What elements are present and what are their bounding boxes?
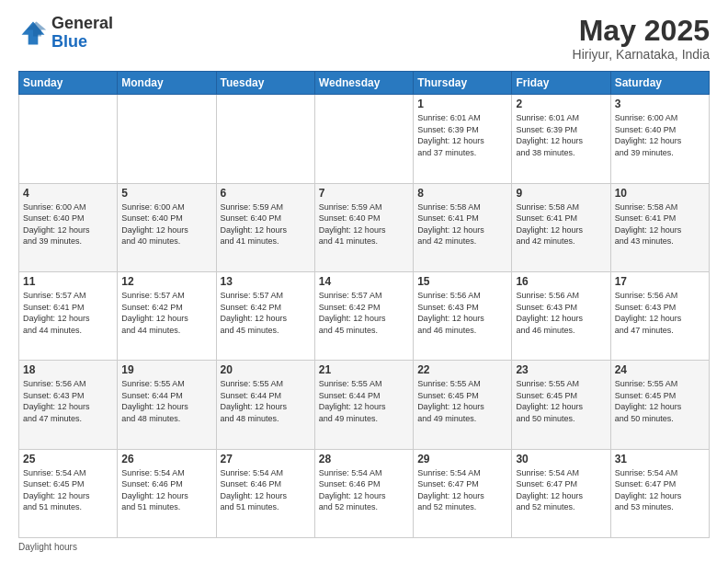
header-sunday: Sunday: [19, 72, 118, 95]
calendar-cell: [118, 95, 216, 183]
calendar-cell: 24Sunrise: 5:55 AM Sunset: 6:45 PM Dayli…: [610, 361, 709, 449]
calendar-cell: 22Sunrise: 5:55 AM Sunset: 6:45 PM Dayli…: [414, 361, 512, 449]
week-row-5: 25Sunrise: 5:54 AM Sunset: 6:45 PM Dayli…: [19, 449, 710, 537]
calendar-cell: 9Sunrise: 5:58 AM Sunset: 6:41 PM Daylig…: [512, 183, 610, 271]
day-number: 28: [319, 453, 409, 465]
day-number: 15: [417, 275, 507, 288]
calendar-cell: 13Sunrise: 5:57 AM Sunset: 6:42 PM Dayli…: [216, 271, 314, 360]
week-row-3: 11Sunrise: 5:57 AM Sunset: 6:41 PM Dayli…: [19, 271, 710, 360]
header-saturday: Saturday: [610, 72, 709, 95]
header-monday: Monday: [118, 72, 216, 95]
day-info: Sunrise: 6:00 AM Sunset: 6:40 PM Dayligh…: [615, 112, 705, 158]
day-info: Sunrise: 5:54 AM Sunset: 6:45 PM Dayligh…: [23, 467, 113, 513]
calendar-cell: 1Sunrise: 6:01 AM Sunset: 6:39 PM Daylig…: [414, 95, 512, 183]
day-info: Sunrise: 5:57 AM Sunset: 6:41 PM Dayligh…: [23, 290, 113, 336]
day-info: Sunrise: 6:00 AM Sunset: 6:40 PM Dayligh…: [121, 201, 211, 247]
day-number: 17: [615, 275, 705, 288]
calendar-cell: 10Sunrise: 5:58 AM Sunset: 6:41 PM Dayli…: [610, 183, 709, 271]
day-info: Sunrise: 5:55 AM Sunset: 6:45 PM Dayligh…: [615, 378, 705, 424]
calendar-cell: 23Sunrise: 5:55 AM Sunset: 6:45 PM Dayli…: [512, 361, 610, 449]
week-row-2: 4Sunrise: 6:00 AM Sunset: 6:40 PM Daylig…: [19, 183, 710, 271]
day-number: 21: [319, 363, 409, 376]
calendar-cell: [19, 95, 118, 183]
day-number: 24: [615, 363, 705, 376]
calendar-cell: 5Sunrise: 6:00 AM Sunset: 6:40 PM Daylig…: [118, 183, 216, 271]
day-number: 31: [615, 453, 705, 465]
day-info: Sunrise: 5:57 AM Sunset: 6:42 PM Dayligh…: [121, 290, 211, 336]
calendar-cell: [314, 95, 413, 183]
day-info: Sunrise: 5:55 AM Sunset: 6:45 PM Dayligh…: [417, 378, 507, 424]
day-info: Sunrise: 5:55 AM Sunset: 6:44 PM Dayligh…: [121, 378, 211, 424]
footer-note: Daylight hours: [18, 542, 710, 552]
calendar-cell: 12Sunrise: 5:57 AM Sunset: 6:42 PM Dayli…: [118, 271, 216, 360]
day-info: Sunrise: 5:55 AM Sunset: 6:44 PM Dayligh…: [221, 378, 311, 424]
location: Hiriyur, Karnataka, India: [573, 47, 710, 62]
day-info: Sunrise: 5:56 AM Sunset: 6:43 PM Dayligh…: [417, 290, 507, 336]
day-info: Sunrise: 5:59 AM Sunset: 6:40 PM Dayligh…: [319, 201, 409, 247]
day-number: 26: [121, 453, 211, 465]
day-number: 22: [417, 363, 507, 376]
calendar-cell: 17Sunrise: 5:56 AM Sunset: 6:43 PM Dayli…: [610, 271, 709, 360]
day-number: 4: [23, 187, 113, 200]
calendar-cell: 11Sunrise: 5:57 AM Sunset: 6:41 PM Dayli…: [19, 271, 118, 360]
day-info: Sunrise: 5:57 AM Sunset: 6:42 PM Dayligh…: [221, 290, 311, 336]
calendar-cell: 30Sunrise: 5:54 AM Sunset: 6:47 PM Dayli…: [512, 449, 610, 537]
day-info: Sunrise: 5:54 AM Sunset: 6:46 PM Dayligh…: [221, 467, 311, 513]
day-number: 7: [319, 187, 409, 200]
day-info: Sunrise: 5:58 AM Sunset: 6:41 PM Dayligh…: [615, 201, 705, 247]
calendar-table: SundayMondayTuesdayWednesdayThursdayFrid…: [18, 71, 710, 538]
day-info: Sunrise: 5:56 AM Sunset: 6:43 PM Dayligh…: [516, 290, 606, 336]
logo-icon: [18, 18, 48, 48]
day-info: Sunrise: 5:56 AM Sunset: 6:43 PM Dayligh…: [23, 378, 113, 424]
day-info: Sunrise: 5:54 AM Sunset: 6:47 PM Dayligh…: [516, 467, 606, 513]
logo-general-text: General: [51, 15, 113, 33]
day-number: 6: [221, 187, 311, 200]
calendar-cell: 29Sunrise: 5:54 AM Sunset: 6:47 PM Dayli…: [414, 449, 512, 537]
day-number: 12: [121, 275, 211, 288]
day-info: Sunrise: 5:54 AM Sunset: 6:46 PM Dayligh…: [121, 467, 211, 513]
day-number: 8: [417, 187, 507, 200]
calendar-cell: 4Sunrise: 6:00 AM Sunset: 6:40 PM Daylig…: [19, 183, 118, 271]
calendar-cell: 2Sunrise: 6:01 AM Sunset: 6:39 PM Daylig…: [512, 95, 610, 183]
week-row-1: 1Sunrise: 6:01 AM Sunset: 6:39 PM Daylig…: [19, 95, 710, 183]
header: General Blue May 2025 Hiriyur, Karnataka…: [18, 15, 710, 62]
calendar-cell: [216, 95, 314, 183]
calendar-cell: 7Sunrise: 5:59 AM Sunset: 6:40 PM Daylig…: [314, 183, 413, 271]
day-number: 10: [615, 187, 705, 200]
calendar-cell: 16Sunrise: 5:56 AM Sunset: 6:43 PM Dayli…: [512, 271, 610, 360]
day-number: 1: [417, 98, 507, 110]
calendar-header-row: SundayMondayTuesdayWednesdayThursdayFrid…: [19, 72, 710, 95]
calendar-cell: 26Sunrise: 5:54 AM Sunset: 6:46 PM Dayli…: [118, 449, 216, 537]
day-info: Sunrise: 5:59 AM Sunset: 6:40 PM Dayligh…: [221, 201, 311, 247]
day-info: Sunrise: 5:57 AM Sunset: 6:42 PM Dayligh…: [319, 290, 409, 336]
day-number: 19: [121, 363, 211, 376]
week-row-4: 18Sunrise: 5:56 AM Sunset: 6:43 PM Dayli…: [19, 361, 710, 449]
day-number: 14: [319, 275, 409, 288]
day-number: 25: [23, 453, 113, 465]
day-number: 3: [615, 98, 705, 110]
day-number: 11: [23, 275, 113, 288]
calendar-cell: 15Sunrise: 5:56 AM Sunset: 6:43 PM Dayli…: [414, 271, 512, 360]
header-friday: Friday: [512, 72, 610, 95]
day-number: 18: [23, 363, 113, 376]
day-info: Sunrise: 5:58 AM Sunset: 6:41 PM Dayligh…: [516, 201, 606, 247]
day-info: Sunrise: 5:54 AM Sunset: 6:46 PM Dayligh…: [319, 467, 409, 513]
day-info: Sunrise: 5:54 AM Sunset: 6:47 PM Dayligh…: [417, 467, 507, 513]
day-number: 30: [516, 453, 606, 465]
calendar-cell: 6Sunrise: 5:59 AM Sunset: 6:40 PM Daylig…: [216, 183, 314, 271]
day-info: Sunrise: 6:01 AM Sunset: 6:39 PM Dayligh…: [417, 112, 507, 158]
day-info: Sunrise: 5:58 AM Sunset: 6:41 PM Dayligh…: [417, 201, 507, 247]
day-number: 2: [516, 98, 606, 110]
day-info: Sunrise: 5:54 AM Sunset: 6:47 PM Dayligh…: [615, 467, 705, 513]
day-number: 20: [221, 363, 311, 376]
day-info: Sunrise: 5:56 AM Sunset: 6:43 PM Dayligh…: [615, 290, 705, 336]
header-thursday: Thursday: [414, 72, 512, 95]
day-info: Sunrise: 6:00 AM Sunset: 6:40 PM Dayligh…: [23, 201, 113, 247]
day-number: 5: [121, 187, 211, 200]
logo: General Blue: [18, 15, 113, 52]
day-number: 13: [221, 275, 311, 288]
calendar-cell: 3Sunrise: 6:00 AM Sunset: 6:40 PM Daylig…: [610, 95, 709, 183]
day-number: 27: [221, 453, 311, 465]
logo-blue-text: Blue: [51, 33, 113, 52]
logo-text: General Blue: [51, 15, 113, 52]
